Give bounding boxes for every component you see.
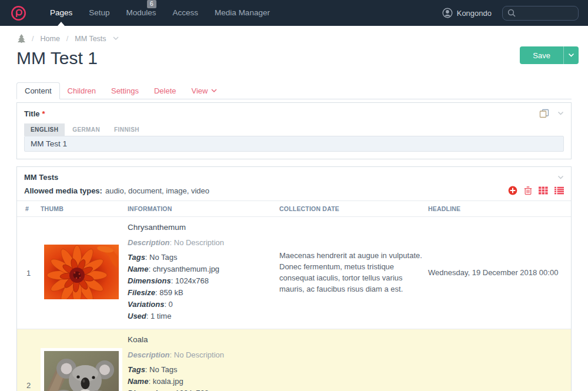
navbar-right: Kongondo — [442, 6, 588, 21]
required-asterisk: * — [42, 109, 45, 118]
chrysanthemum-thumbnail[interactable] — [41, 242, 122, 302]
chevron-down-icon — [568, 53, 574, 58]
thumb-cell — [41, 329, 128, 391]
chevron-down-icon — [211, 89, 217, 93]
nav-item-media-manager[interactable]: Media Manager — [206, 0, 278, 26]
allowed-media-types-label: Allowed media types: — [24, 186, 102, 195]
language-tabs: ENGLISH GERMAN FINNISH — [24, 123, 564, 136]
page-title: MM Test 1 — [16, 48, 572, 69]
collapse-chevron-icon[interactable] — [557, 111, 564, 116]
allowed-media-types-row: Allowed media types: audio, document, im… — [17, 182, 571, 195]
user-menu[interactable]: Kongondo — [442, 8, 492, 18]
lang-tab-finnish[interactable]: FINNISH — [108, 123, 146, 136]
row-number: 1 — [17, 217, 41, 329]
grid-icon — [539, 186, 548, 195]
search-input[interactable] — [516, 9, 573, 17]
title-field-header: Title * — [17, 103, 571, 118]
name-line: Name: koala.jpg — [128, 376, 275, 386]
nav-item-pages[interactable]: Pages — [42, 0, 81, 26]
media-table-header-row: # THUMB INFORMATION COLLECTION DATE HEAD… — [17, 201, 571, 217]
tab-view[interactable]: View — [184, 83, 225, 99]
tab-settings[interactable]: Settings — [103, 83, 146, 99]
grid-view-button[interactable] — [539, 186, 548, 195]
dimensions-line: Dimensions: 1024x768 — [128, 388, 275, 391]
media-row-koala: 2 — [17, 329, 571, 391]
title-field-label: Title — [24, 109, 40, 118]
page-header: MM Test 1 Save — [16, 48, 572, 69]
plus-circle-icon — [508, 186, 517, 195]
media-actions — [508, 186, 564, 195]
breadcrumb-caret-icon[interactable] — [113, 36, 119, 41]
collection-date-cell: Maecenas hendrerit at augue in vulputate… — [279, 217, 428, 329]
tab-content[interactable]: Content — [16, 82, 60, 99]
search-icon — [507, 9, 516, 17]
media-field-header: MM Tests — [17, 167, 571, 182]
tree-icon — [18, 34, 25, 43]
list-view-button[interactable] — [554, 186, 564, 195]
headline-cell — [428, 329, 571, 391]
tags-line: Tags: No Tags — [128, 365, 275, 375]
col-header-headline: HEADLINE — [428, 201, 571, 217]
media-title[interactable]: Chrysanthemum — [128, 223, 275, 232]
brand-p-icon — [11, 5, 26, 21]
save-dropdown-button[interactable] — [563, 46, 579, 64]
koala-thumbnail[interactable] — [41, 348, 122, 391]
user-name: Kongondo — [457, 9, 492, 18]
copy-icon[interactable] — [539, 109, 549, 118]
nav-item-setup[interactable]: Setup — [81, 0, 118, 26]
filesize-line: Filesize: 859 kB — [128, 288, 275, 298]
media-field-label: MM Tests — [24, 173, 58, 182]
description-line: Description: No Description — [128, 350, 275, 360]
media-title[interactable]: Koala — [128, 335, 275, 344]
breadcrumb: / Home / MM Tests — [18, 34, 588, 43]
tab-delete[interactable]: Delete — [146, 83, 184, 99]
collection-date-cell — [279, 329, 428, 391]
info-cell: Koala Description: No Description Tags: … — [128, 329, 279, 391]
trash-icon — [524, 186, 532, 195]
col-header-information: INFORMATION — [128, 201, 279, 217]
notification-count-badge: 6 — [147, 0, 156, 8]
breadcrumb-separator: / — [32, 35, 34, 43]
page-tabs: Content Children Settings Delete View — [16, 82, 572, 99]
search-box[interactable] — [502, 6, 579, 21]
nav-item-access[interactable]: Access — [165, 0, 207, 26]
list-icon — [554, 186, 564, 195]
breadcrumb-separator: / — [66, 35, 68, 43]
user-avatar-icon — [442, 8, 453, 18]
tags-line: Tags: No Tags — [128, 252, 275, 262]
breadcrumb-home[interactable]: Home — [40, 35, 59, 43]
name-line: Name: chrysanthemum.jpg — [128, 264, 275, 274]
title-input[interactable] — [24, 136, 564, 152]
nav-item-modules[interactable]: Modules — [118, 0, 165, 26]
description-line: Description: No Description — [128, 238, 275, 248]
title-field-panel: Title * ENGLISH GERMAN FINNISH — [16, 102, 572, 159]
collapse-chevron-icon[interactable] — [557, 175, 564, 180]
save-button-group: Save — [520, 46, 579, 64]
info-cell: Chrysanthemum Description: No Descriptio… — [128, 217, 279, 329]
processwire-logo[interactable] — [11, 5, 26, 21]
top-navbar: Pages Setup Modules Access Media Manager… — [0, 0, 588, 26]
tab-view-label: View — [192, 86, 208, 95]
dimensions-line: Dimensions: 1024x768 — [128, 276, 275, 286]
media-table: # THUMB INFORMATION COLLECTION DATE HEAD… — [17, 200, 571, 391]
save-button[interactable]: Save — [520, 46, 563, 64]
col-header-thumb: THUMB — [41, 201, 128, 217]
tab-children[interactable]: Children — [60, 83, 103, 99]
media-row-chrysanthemum: 1 — [17, 217, 571, 329]
lang-tab-german[interactable]: GERMAN — [66, 123, 106, 136]
variations-line: Variations: 0 — [128, 299, 275, 309]
delete-media-button[interactable] — [524, 186, 532, 195]
breadcrumb-mm-tests[interactable]: MM Tests — [75, 35, 106, 43]
col-header-collection-date: COLLECTION DATE — [279, 201, 428, 217]
row-number: 2 — [17, 329, 41, 391]
add-media-button[interactable] — [508, 186, 517, 195]
headline-cell: Wednesday, 19 December 2018 00:00 — [428, 217, 571, 329]
media-field-panel: MM Tests Allowed media types: audio, doc… — [16, 166, 572, 391]
allowed-media-types-value: audio, document, image, video — [105, 186, 209, 195]
used-line: Used: 1 time — [128, 311, 275, 321]
lang-tab-english[interactable]: ENGLISH — [24, 123, 65, 136]
thumb-cell — [41, 217, 128, 329]
col-header-number: # — [17, 201, 41, 217]
main-menu: Pages Setup Modules Access Media Manager — [42, 0, 278, 26]
